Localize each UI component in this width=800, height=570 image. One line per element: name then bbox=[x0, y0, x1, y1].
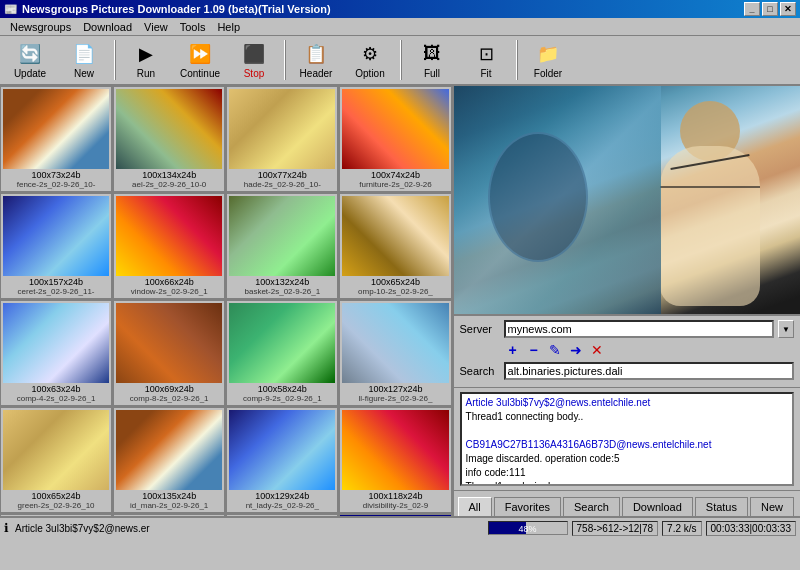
log-area: Article 3ul3bi$7vy$2@news.entelchile.net… bbox=[460, 392, 794, 486]
server-row: Server ▼ bbox=[460, 320, 794, 338]
thumbnail-size: 100x73x24b bbox=[32, 170, 81, 180]
thumbnail-filename: ll-figure-2s_02-9-26_ bbox=[342, 394, 448, 403]
menu-newsgroups[interactable]: Newsgroups bbox=[4, 20, 77, 34]
thumbnail-filename: green-2s_02-9-26_10 bbox=[3, 501, 109, 510]
thumbnail-item[interactable]: 100x127x24bll-figure-2s_02-9-26_ bbox=[339, 300, 451, 406]
thumbnail-item[interactable]: 100x65x24bgreen-2s_02-9-26_10 bbox=[0, 407, 112, 513]
thumbnail-size: 100x63x24b bbox=[32, 384, 81, 394]
next-server-icon[interactable]: ➜ bbox=[567, 341, 585, 359]
toolbar-separator-4 bbox=[516, 40, 518, 80]
thumbnail-item[interactable]: 300x396x24b bbox=[339, 514, 451, 516]
preview-area bbox=[454, 86, 800, 316]
tab-new[interactable]: New bbox=[750, 497, 794, 516]
thumbnail-size: 100x65x24b bbox=[371, 277, 420, 287]
thumbnail-item[interactable]: 100x135x24bid_man-2s_02-9-26_1 bbox=[113, 407, 225, 513]
log-line: info code:111 bbox=[466, 466, 788, 480]
folder-icon: 📁 bbox=[536, 42, 560, 66]
thumbnail-size: 100x118x24b bbox=[368, 491, 422, 501]
thumbnail-filename: ceret-2s_02-9-26_11- bbox=[3, 287, 109, 296]
menu-help[interactable]: Help bbox=[211, 20, 246, 34]
new-icon: 📄 bbox=[72, 42, 96, 66]
run-button[interactable]: ▶ Run bbox=[120, 38, 172, 82]
continue-icon: ⏩ bbox=[188, 42, 212, 66]
thumbnail-item[interactable]: 100x63x24bcomp-4-2s_02-9-26_1 bbox=[0, 300, 112, 406]
thumbnail-size: 100x157x24b bbox=[29, 277, 83, 287]
remove-server-icon[interactable]: − bbox=[525, 341, 543, 359]
menu-download[interactable]: Download bbox=[77, 20, 138, 34]
thumbnail-item[interactable]: 100x138x24b bbox=[113, 514, 225, 516]
title-text: Newsgroups Pictures Downloader 1.09 (bet… bbox=[22, 3, 331, 15]
option-button[interactable]: ⚙ Option bbox=[344, 38, 396, 82]
server-dropdown-button[interactable]: ▼ bbox=[778, 320, 794, 338]
thumbnail-item[interactable]: 100x58x24bcomp-9-2s_02-9-26_1 bbox=[226, 300, 338, 406]
thumbnail-image bbox=[3, 196, 109, 276]
menu-view[interactable]: View bbox=[138, 20, 174, 34]
minimize-button[interactable]: _ bbox=[744, 2, 760, 16]
header-button[interactable]: 📋 Header bbox=[290, 38, 342, 82]
edit-server-icon[interactable]: ✎ bbox=[546, 341, 564, 359]
log-line bbox=[466, 424, 788, 438]
thumbnail-grid: 100x73x24bfence-2s_02-9-26_10-100x134x24… bbox=[0, 86, 452, 516]
thumbnail-item[interactable]: 100x77x24bhade-2s_02-9-26_10- bbox=[226, 86, 338, 192]
thumbnail-filename: comp-9-2s_02-9-26_1 bbox=[229, 394, 335, 403]
tab-status[interactable]: Status bbox=[695, 497, 748, 516]
thumbnail-item[interactable]: 100x69x24bcomp-8-2s_02-9-26_1 bbox=[113, 300, 225, 406]
tab-download[interactable]: Download bbox=[622, 497, 693, 516]
tab-search[interactable]: Search bbox=[563, 497, 620, 516]
status-message: Article 3ul3bi$7vy$2@news.er bbox=[15, 523, 484, 534]
stop-button[interactable]: ⬛ Stop bbox=[228, 38, 280, 82]
update-button[interactable]: 🔄 Update bbox=[4, 38, 56, 82]
thumbnail-item[interactable]: 100x73x24bfence-2s_02-9-26_10- bbox=[0, 86, 112, 192]
preview-image bbox=[454, 86, 800, 314]
thumbnail-size: 100x69x24b bbox=[145, 384, 194, 394]
title-bar: 📰 Newsgroups Pictures Downloader 1.09 (b… bbox=[0, 0, 800, 18]
thumbnail-image bbox=[3, 410, 109, 490]
thumbnail-size: 100x74x24b bbox=[371, 170, 420, 180]
thumbnail-filename: basket-2s_02-9-26_1 bbox=[229, 287, 335, 296]
thumbnail-size: 100x65x24b bbox=[32, 491, 81, 501]
thumbnail-image bbox=[116, 89, 222, 169]
thumbnail-item[interactable]: 100x157x24bceret-2s_02-9-26_11- bbox=[0, 193, 112, 299]
thumbnail-size: 100x129x24b bbox=[255, 491, 309, 501]
menu-bar: Newsgroups Download View Tools Help bbox=[0, 18, 800, 36]
thumbnail-image bbox=[3, 303, 109, 383]
thumbnail-item[interactable]: 100x127x24b bbox=[0, 514, 112, 516]
thumbnail-item[interactable]: 100x134x24bael-2s_02-9-26_10-0 bbox=[113, 86, 225, 192]
log-line: Image discarded. operation code:5 bbox=[466, 452, 788, 466]
continue-button[interactable]: ⏩ Continue bbox=[174, 38, 226, 82]
stop-icon: ⬛ bbox=[242, 42, 266, 66]
thumbnail-image bbox=[116, 196, 222, 276]
tab-bar: AllFavoritesSearchDownloadStatusNew bbox=[454, 490, 800, 516]
search-input[interactable] bbox=[504, 362, 794, 380]
thumbnail-filename: furniture-2s_02-9-26 bbox=[342, 180, 448, 189]
thumbnail-item[interactable]: 100x118x24bdivisibility-2s_02-9 bbox=[339, 407, 451, 513]
header-icon: 📋 bbox=[304, 42, 328, 66]
thumbnail-filename: comp-8-2s_02-9-26_1 bbox=[116, 394, 222, 403]
close-button[interactable]: ✕ bbox=[780, 2, 796, 16]
folder-button[interactable]: 📁 Folder bbox=[522, 38, 574, 82]
add-server-icon[interactable]: + bbox=[504, 341, 522, 359]
fit-icon: ⊡ bbox=[474, 42, 498, 66]
server-input[interactable] bbox=[504, 320, 774, 338]
thumbnail-panel: 100x73x24bfence-2s_02-9-26_10-100x134x24… bbox=[0, 86, 454, 516]
menu-tools[interactable]: Tools bbox=[174, 20, 212, 34]
thumbnail-item[interactable]: 100x129x24bnt_lady-2s_02-9-26_ bbox=[226, 407, 338, 513]
thumbnail-item[interactable]: 100x132x24bbasket-2s_02-9-26_1 bbox=[226, 193, 338, 299]
tab-all[interactable]: All bbox=[458, 497, 492, 516]
thumbnail-size: 100x58x24b bbox=[258, 384, 307, 394]
thumbnail-item[interactable]: 100x74x24bfurniture-2s_02-9-26 bbox=[339, 86, 451, 192]
thumbnail-filename: hade-2s_02-9-26_10- bbox=[229, 180, 335, 189]
maximize-button[interactable]: □ bbox=[762, 2, 778, 16]
search-row: Search bbox=[460, 362, 794, 380]
tab-favorites[interactable]: Favorites bbox=[494, 497, 561, 516]
app-icon: 📰 bbox=[4, 3, 18, 16]
thumbnail-item[interactable]: 100x66x24bvindow-2s_02-9-26_1 bbox=[113, 193, 225, 299]
thumbnail-item[interactable]: 350x259x24b bbox=[226, 514, 338, 516]
status-segment-3: 00:03:33|00:03:33 bbox=[706, 521, 796, 536]
clear-server-icon[interactable]: ✕ bbox=[588, 341, 606, 359]
thumbnail-size: 100x127x24b bbox=[368, 384, 422, 394]
fit-button[interactable]: ⊡ Fit bbox=[460, 38, 512, 82]
new-button[interactable]: 📄 New bbox=[58, 38, 110, 82]
full-button[interactable]: 🖼 Full bbox=[406, 38, 458, 82]
thumbnail-item[interactable]: 100x65x24bomp-10-2s_02-9-26_ bbox=[339, 193, 451, 299]
